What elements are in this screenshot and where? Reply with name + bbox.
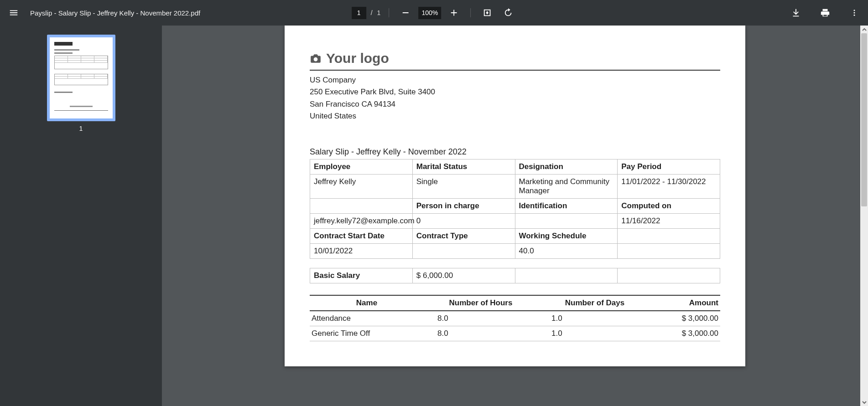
cell-hours: 8.0 [424,311,538,326]
fit-page-icon [482,8,492,18]
zoom-input[interactable] [418,7,441,19]
chevron-down-icon [862,400,867,405]
zoom-out-button[interactable] [397,5,414,21]
col-name: Name [310,295,424,311]
basic-salary-value: $ 6,000.00 [412,268,515,283]
value-computed: 11/16/2022 [618,214,720,229]
salary-blank1 [515,268,618,283]
download-icon [791,8,801,18]
scroll-up-button[interactable] [860,26,868,33]
cell-days: 1.0 [538,326,652,341]
header-blank [310,199,413,214]
print-icon [820,8,830,18]
value-payperiod: 11/01/2022 - 11/30/2022 [618,175,720,199]
value-marital: Single [412,175,515,199]
svg-point-0 [854,10,855,11]
dots-vertical-icon [850,9,858,17]
company-name: US Company [310,74,720,86]
pdf-toolbar: Payslip - Salary Slip - Jeffrey Kelly - … [0,0,868,26]
svg-point-2 [854,15,855,16]
value-contract-type [412,244,515,259]
header-marital: Marital Status [412,159,515,175]
header-employee: Employee [310,159,413,175]
lines-table: Name Number of Hours Number of Days Amou… [310,295,720,341]
col-hours: Number of Hours [424,295,538,311]
table-row: Attendance 8.0 1.0 $ 3,000.00 [310,311,720,326]
header-contract-start: Contract Start Date [310,229,413,244]
header-ident: Identification [515,199,618,214]
cell-days: 1.0 [538,311,652,326]
page-thumbnail[interactable] [47,35,115,121]
rotate-button[interactable] [500,5,516,21]
cell-hours: 8.0 [424,326,538,341]
fit-page-button[interactable] [479,5,495,21]
value-schedule: 40.0 [515,244,618,259]
pdf-viewport[interactable]: Your logo US Company 250 Executive Park … [162,26,868,406]
header-designation: Designation [515,159,618,175]
plus-icon [449,8,459,18]
scrollbar-thumb[interactable] [861,33,867,206]
thumbnail-page-number: 1 [0,125,162,132]
header-blank2 [618,229,720,244]
value-email: jeffrey.kelly72@example.com [310,214,413,229]
divider [470,8,471,17]
company-street: 250 Executive Park Blvd, Suite 3400 [310,86,720,98]
info-table: Employee Marital Status Designation Pay … [310,159,720,259]
divider [310,70,720,71]
page-total: 1 [377,9,381,16]
header-schedule: Working Schedule [515,229,618,244]
page-separator: / [371,9,373,16]
cell-amount: $ 3,000.00 [652,311,720,326]
thumbnail-sidebar: 1 [0,26,162,406]
camera-icon [310,52,322,64]
document-title: Payslip - Salary Slip - Jeffrey Kelly - … [30,9,200,17]
table-row: Generic Time Off 8.0 1.0 $ 3,000.00 [310,326,720,341]
page-number-input[interactable] [352,7,366,19]
chevron-up-icon [862,27,867,32]
download-button[interactable] [788,5,804,21]
company-country: United States [310,110,720,122]
slip-title: Salary Slip - Jeffrey Kelly - November 2… [310,147,720,157]
minus-icon [400,8,411,18]
print-button[interactable] [817,5,833,21]
header-payperiod: Pay Period [618,159,720,175]
value-blank2 [618,244,720,259]
salary-blank2 [618,268,720,283]
company-city: San Francisco CA 94134 [310,98,720,110]
rotate-icon [503,8,513,18]
value-designation: Marketing and Community Manager [515,175,618,199]
divider [389,8,389,17]
cell-name: Attendance [310,311,424,326]
header-person: Person in charge [412,199,515,214]
salary-table: Basic Salary $ 6,000.00 [310,268,720,283]
cell-amount: $ 3,000.00 [652,326,720,341]
value-contract-start: 10/01/2022 [310,244,413,259]
value-employee: Jeffrey Kelly [310,175,413,199]
basic-salary-label: Basic Salary [310,268,413,283]
svg-point-1 [854,12,855,14]
scroll-down-button[interactable] [860,398,868,406]
hamburger-icon [9,8,19,18]
col-amount: Amount [652,295,720,311]
header-contract-type: Contract Type [412,229,515,244]
value-person: 0 [412,214,515,229]
more-button[interactable] [846,5,863,21]
scrollbar[interactable] [860,26,868,406]
logo-text: Your logo [326,51,389,66]
value-ident [515,214,618,229]
menu-button[interactable] [5,5,22,21]
col-days: Number of Days [538,295,652,311]
pdf-page: Your logo US Company 250 Executive Park … [285,26,745,366]
header-computed: Computed on [618,199,720,214]
zoom-in-button[interactable] [446,5,462,21]
cell-name: Generic Time Off [310,326,424,341]
